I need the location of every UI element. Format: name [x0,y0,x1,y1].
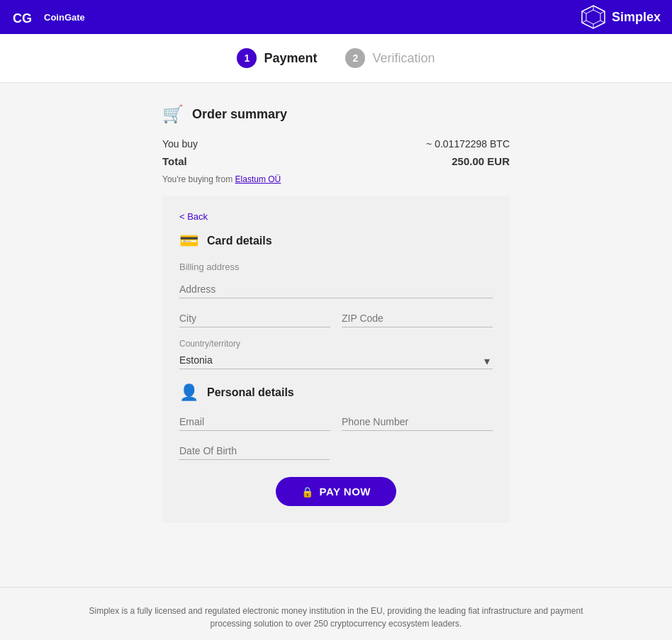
back-link[interactable]: < Back [179,211,208,222]
cart-icon: 🛒 [162,104,184,124]
total-label: Total [162,155,187,167]
from-text: You're buying from [162,174,233,184]
email-field [179,413,330,431]
from-link[interactable]: Elastum OÜ [235,174,281,184]
svg-line-5 [600,21,605,23]
svg-line-4 [600,11,605,13]
country-select[interactable]: Estonia Latvia Lithuania Finland Sweden … [179,352,493,369]
step1-circle: 1 [237,48,257,68]
card-details-header: 💳 Card details [179,232,493,250]
city-field [179,310,330,327]
steps-bar: 1 Payment 2 Verification [0,34,672,83]
coingate-logo-area: CG CoinGate [11,6,85,28]
billing-address-label: Billing address [179,262,493,272]
country-select-wrapper: Estonia Latvia Lithuania Finland Sweden … [179,352,493,369]
svg-line-8 [582,11,586,13]
email-input[interactable] [179,413,330,431]
simplex-icon [581,4,606,30]
pay-btn-row: 🔒 PAY NOW [179,477,493,506]
footer: Simplex is a fully licensed and regulate… [0,587,672,640]
order-row-total: Total 250.00 EUR [162,152,510,170]
order-from: You're buying from Elastum OÜ [162,174,510,184]
zip-input[interactable] [342,310,493,327]
main-content: 🛒 Order summary You buy ~ 0.01172298 BTC… [0,83,672,544]
city-input[interactable] [179,310,330,327]
address-group [179,281,493,298]
you-buy-value: ~ 0.01172298 BTC [426,138,510,150]
phone-input[interactable] [342,413,493,431]
step1-label: Payment [264,51,317,66]
country-group: Country/territory Estonia Latvia Lithuan… [179,339,493,369]
order-summary-title: Order summary [192,107,287,122]
you-buy-label: You buy [162,138,198,150]
dob-group [179,442,493,460]
person-icon: 👤 [179,383,198,402]
credit-card-icon: 💳 [179,232,198,250]
address-input[interactable] [179,281,493,298]
personal-details-header: 👤 Personal details [179,383,493,402]
lock-icon: 🔒 [301,486,314,498]
country-label: Country/territory [179,339,493,349]
step-verification: 2 Verification [345,48,435,68]
order-row-youbuy: You buy ~ 0.01172298 BTC [162,135,510,152]
simplex-logo-area: Simplex [581,4,661,30]
card-details-title: Card details [207,235,272,247]
step2-circle: 2 [345,48,365,68]
content-box: 🛒 Order summary You buy ~ 0.01172298 BTC… [162,104,510,523]
total-value: 250.00 EUR [452,155,510,167]
personal-details-title: Personal details [207,386,294,399]
header: CG CoinGate Simplex [0,0,672,34]
coingate-icon: CG [11,6,40,28]
phone-field [342,413,493,431]
step2-label: Verification [372,51,435,66]
pay-now-button[interactable]: 🔒 PAY NOW [276,477,396,506]
zip-field [342,310,493,327]
svg-text:CG: CG [13,11,32,26]
email-phone-row [179,413,493,431]
personal-details-section: 👤 Personal details [179,383,493,460]
dob-input[interactable] [179,442,330,460]
pay-now-label: PAY NOW [320,485,371,498]
footer-text: Simplex is a fully licensed and regulate… [88,605,584,630]
svg-marker-2 [586,10,600,24]
city-zip-row [179,310,493,327]
order-summary-header: 🛒 Order summary [162,104,510,124]
step-payment: 1 Payment [237,48,317,68]
coingate-label: CoinGate [44,12,85,23]
svg-line-7 [582,21,586,23]
card-section: < Back 💳 Card details Billing address [162,196,510,523]
simplex-label: Simplex [612,10,661,25]
